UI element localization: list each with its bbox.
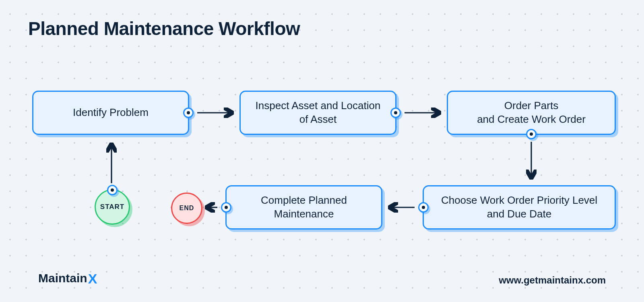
page-title: Planned Maintenance Workflow: [28, 18, 300, 39]
port-icon: [183, 108, 194, 118]
arrows-layer: [0, 0, 644, 302]
node-label: Choose Work Order Priority Level and Due…: [436, 194, 603, 221]
node-label: Inspect Asset and Location of Asset: [253, 99, 383, 126]
node-order-parts: Order Parts and Create Work Order: [447, 91, 616, 135]
diagram-canvas: Planned Maintenance Workflow Identify Pr…: [0, 0, 644, 302]
port-icon: [390, 108, 401, 118]
start-node: START: [95, 189, 130, 225]
dot-grid-background: [0, 0, 644, 302]
node-label: Complete Planned Maintenance: [239, 194, 369, 221]
end-node: END: [171, 192, 202, 224]
node-identify-problem: Identify Problem: [32, 91, 189, 135]
port-icon: [221, 202, 231, 213]
port-icon: [526, 129, 537, 139]
port-icon: [418, 202, 429, 213]
footer: Maintain X www.getmaintainx.com: [38, 270, 606, 286]
node-label: Order Parts and Create Work Order: [477, 99, 586, 126]
node-inspect-asset: Inspect Asset and Location of Asset: [239, 91, 396, 135]
port-icon: [107, 185, 118, 195]
start-label: START: [100, 203, 124, 211]
node-label: Identify Problem: [73, 106, 149, 120]
brand-name: Maintain: [38, 271, 87, 285]
brand-suffix: X: [88, 271, 97, 287]
footer-url: www.getmaintainx.com: [499, 275, 606, 286]
end-label: END: [180, 205, 194, 212]
brand-logo: Maintain X: [38, 270, 97, 286]
node-complete-maintenance: Complete Planned Maintenance: [225, 185, 382, 230]
node-choose-priority: Choose Work Order Priority Level and Due…: [423, 185, 616, 230]
